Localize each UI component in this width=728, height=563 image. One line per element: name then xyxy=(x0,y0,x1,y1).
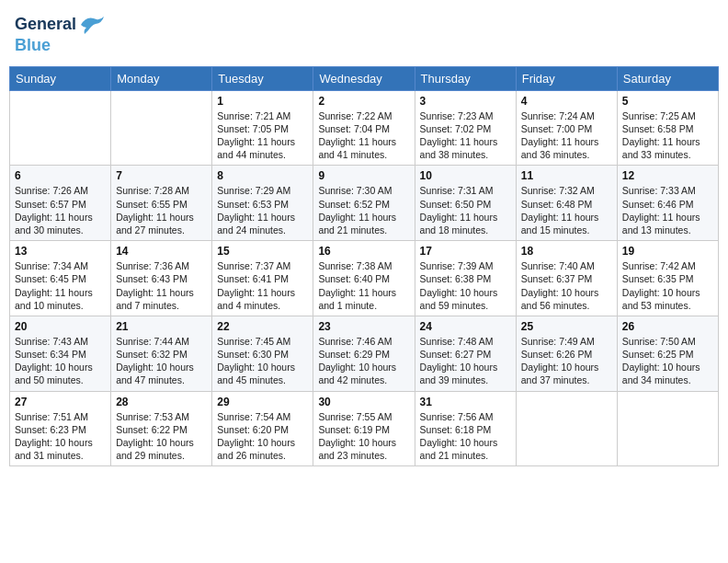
logo: General Blue xyxy=(15,13,108,55)
day-number: 12 xyxy=(622,169,713,182)
calendar-cell: 18Sunrise: 7:40 AM Sunset: 6:37 PM Dayli… xyxy=(516,241,617,316)
calendar-week-5: 27Sunrise: 7:51 AM Sunset: 6:23 PM Dayli… xyxy=(10,391,719,466)
day-number: 25 xyxy=(521,320,612,333)
calendar-cell: 5Sunrise: 7:25 AM Sunset: 6:58 PM Daylig… xyxy=(617,90,718,166)
day-number: 13 xyxy=(15,245,106,258)
day-number: 6 xyxy=(15,169,106,182)
day-info: Sunrise: 7:31 AM Sunset: 6:50 PM Dayligh… xyxy=(420,184,511,236)
day-info: Sunrise: 7:44 AM Sunset: 6:32 PM Dayligh… xyxy=(116,335,207,387)
day-info: Sunrise: 7:46 AM Sunset: 6:29 PM Dayligh… xyxy=(318,335,409,387)
calendar-cell: 3Sunrise: 7:23 AM Sunset: 7:02 PM Daylig… xyxy=(415,90,516,166)
calendar-cell: 4Sunrise: 7:24 AM Sunset: 7:00 PM Daylig… xyxy=(516,90,617,166)
calendar-cell xyxy=(617,391,718,466)
day-info: Sunrise: 7:54 AM Sunset: 6:20 PM Dayligh… xyxy=(217,410,308,463)
day-info: Sunrise: 7:53 AM Sunset: 6:22 PM Dayligh… xyxy=(116,410,207,463)
day-number: 31 xyxy=(420,396,511,408)
day-info: Sunrise: 7:37 AM Sunset: 6:41 PM Dayligh… xyxy=(217,259,308,312)
day-info: Sunrise: 7:39 AM Sunset: 6:38 PM Dayligh… xyxy=(420,259,511,312)
calendar-cell: 31Sunrise: 7:56 AM Sunset: 6:18 PM Dayli… xyxy=(415,391,516,466)
calendar-cell: 14Sunrise: 7:36 AM Sunset: 6:43 PM Dayli… xyxy=(111,241,212,316)
day-info: Sunrise: 7:23 AM Sunset: 7:02 PM Dayligh… xyxy=(420,109,511,162)
calendar-cell: 8Sunrise: 7:29 AM Sunset: 6:53 PM Daylig… xyxy=(212,166,313,241)
day-info: Sunrise: 7:28 AM Sunset: 6:55 PM Dayligh… xyxy=(116,184,207,236)
day-info: Sunrise: 7:34 AM Sunset: 6:45 PM Dayligh… xyxy=(15,259,106,312)
column-header-monday: Monday xyxy=(111,66,212,90)
day-number: 18 xyxy=(521,245,612,258)
day-info: Sunrise: 7:50 AM Sunset: 6:25 PM Dayligh… xyxy=(622,335,713,387)
calendar-cell: 22Sunrise: 7:45 AM Sunset: 6:30 PM Dayli… xyxy=(212,316,313,391)
day-number: 11 xyxy=(521,169,612,182)
calendar-cell xyxy=(10,90,111,166)
day-info: Sunrise: 7:30 AM Sunset: 6:52 PM Dayligh… xyxy=(318,184,409,236)
day-info: Sunrise: 7:33 AM Sunset: 6:46 PM Dayligh… xyxy=(622,184,713,236)
calendar-cell xyxy=(516,391,617,466)
day-number: 4 xyxy=(521,95,612,108)
column-header-saturday: Saturday xyxy=(617,66,718,90)
day-info: Sunrise: 7:42 AM Sunset: 6:35 PM Dayligh… xyxy=(622,259,713,312)
calendar-cell: 9Sunrise: 7:30 AM Sunset: 6:52 PM Daylig… xyxy=(313,166,415,241)
calendar-cell xyxy=(111,90,212,166)
calendar-cell: 1Sunrise: 7:21 AM Sunset: 7:05 PM Daylig… xyxy=(212,90,313,166)
calendar-cell: 17Sunrise: 7:39 AM Sunset: 6:38 PM Dayli… xyxy=(415,241,516,316)
day-info: Sunrise: 7:36 AM Sunset: 6:43 PM Dayligh… xyxy=(116,259,207,312)
calendar-table: SundayMondayTuesdayWednesdayThursdayFrid… xyxy=(9,66,719,466)
calendar-cell: 10Sunrise: 7:31 AM Sunset: 6:50 PM Dayli… xyxy=(415,166,516,241)
day-number: 27 xyxy=(15,396,106,408)
calendar-cell: 20Sunrise: 7:43 AM Sunset: 6:34 PM Dayli… xyxy=(10,316,111,391)
day-info: Sunrise: 7:21 AM Sunset: 7:05 PM Dayligh… xyxy=(217,109,308,162)
day-info: Sunrise: 7:24 AM Sunset: 7:00 PM Dayligh… xyxy=(521,109,612,162)
calendar-cell: 25Sunrise: 7:49 AM Sunset: 6:26 PM Dayli… xyxy=(516,316,617,391)
calendar-cell: 27Sunrise: 7:51 AM Sunset: 6:23 PM Dayli… xyxy=(10,391,111,466)
calendar-cell: 23Sunrise: 7:46 AM Sunset: 6:29 PM Dayli… xyxy=(313,316,415,391)
day-number: 9 xyxy=(318,169,409,182)
day-info: Sunrise: 7:55 AM Sunset: 6:19 PM Dayligh… xyxy=(318,410,409,463)
calendar-cell: 7Sunrise: 7:28 AM Sunset: 6:55 PM Daylig… xyxy=(111,166,212,241)
day-number: 8 xyxy=(217,169,308,182)
day-info: Sunrise: 7:40 AM Sunset: 6:37 PM Dayligh… xyxy=(521,259,612,312)
day-info: Sunrise: 7:43 AM Sunset: 6:34 PM Dayligh… xyxy=(15,335,106,387)
day-info: Sunrise: 7:26 AM Sunset: 6:57 PM Dayligh… xyxy=(15,184,106,236)
day-number: 17 xyxy=(420,245,511,258)
column-header-tuesday: Tuesday xyxy=(212,66,313,90)
calendar-cell: 16Sunrise: 7:38 AM Sunset: 6:40 PM Dayli… xyxy=(313,241,415,316)
calendar-week-4: 20Sunrise: 7:43 AM Sunset: 6:34 PM Dayli… xyxy=(10,316,719,391)
page-header: General Blue xyxy=(9,9,719,59)
logo-bird-icon xyxy=(78,13,108,37)
day-number: 20 xyxy=(15,320,106,333)
calendar-week-1: 1Sunrise: 7:21 AM Sunset: 7:05 PM Daylig… xyxy=(10,90,719,166)
day-info: Sunrise: 7:56 AM Sunset: 6:18 PM Dayligh… xyxy=(420,410,511,463)
day-info: Sunrise: 7:48 AM Sunset: 6:27 PM Dayligh… xyxy=(420,335,511,387)
column-header-thursday: Thursday xyxy=(415,66,516,90)
day-number: 7 xyxy=(116,169,207,182)
day-number: 14 xyxy=(116,245,207,258)
day-number: 22 xyxy=(217,320,308,333)
calendar-cell: 19Sunrise: 7:42 AM Sunset: 6:35 PM Dayli… xyxy=(617,241,718,316)
day-info: Sunrise: 7:49 AM Sunset: 6:26 PM Dayligh… xyxy=(521,335,612,387)
calendar-cell: 6Sunrise: 7:26 AM Sunset: 6:57 PM Daylig… xyxy=(10,166,111,241)
day-number: 26 xyxy=(622,320,713,333)
day-number: 16 xyxy=(318,245,409,258)
logo-general: General xyxy=(15,16,76,34)
day-info: Sunrise: 7:29 AM Sunset: 6:53 PM Dayligh… xyxy=(217,184,308,236)
calendar-cell: 21Sunrise: 7:44 AM Sunset: 6:32 PM Dayli… xyxy=(111,316,212,391)
day-number: 2 xyxy=(318,95,409,108)
day-number: 29 xyxy=(217,396,308,408)
calendar-cell: 30Sunrise: 7:55 AM Sunset: 6:19 PM Dayli… xyxy=(313,391,415,466)
day-number: 19 xyxy=(622,245,713,258)
calendar-cell: 12Sunrise: 7:33 AM Sunset: 6:46 PM Dayli… xyxy=(617,166,718,241)
day-info: Sunrise: 7:25 AM Sunset: 6:58 PM Dayligh… xyxy=(622,109,713,162)
column-header-friday: Friday xyxy=(516,66,617,90)
day-info: Sunrise: 7:32 AM Sunset: 6:48 PM Dayligh… xyxy=(521,184,612,236)
calendar-week-2: 6Sunrise: 7:26 AM Sunset: 6:57 PM Daylig… xyxy=(10,166,719,241)
day-number: 10 xyxy=(420,169,511,182)
calendar-week-3: 13Sunrise: 7:34 AM Sunset: 6:45 PM Dayli… xyxy=(10,241,719,316)
day-number: 5 xyxy=(622,95,713,108)
day-number: 28 xyxy=(116,396,207,408)
day-number: 24 xyxy=(420,320,511,333)
calendar-cell: 13Sunrise: 7:34 AM Sunset: 6:45 PM Dayli… xyxy=(10,241,111,316)
column-header-wednesday: Wednesday xyxy=(313,66,415,90)
day-number: 1 xyxy=(217,95,308,108)
day-number: 15 xyxy=(217,245,308,258)
day-number: 23 xyxy=(318,320,409,333)
day-number: 21 xyxy=(116,320,207,333)
